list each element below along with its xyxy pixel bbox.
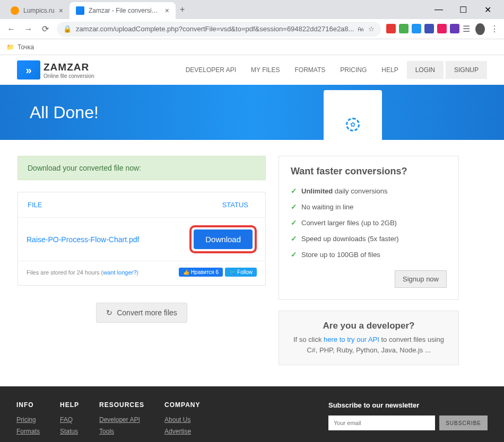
promo-list: ✓Unlimited daily conversions ✓No waiting… xyxy=(291,187,447,259)
footer-link[interactable]: Developer API xyxy=(99,416,144,423)
twitter-icon: 🐦 xyxy=(229,269,236,275)
tab-title: Zamzar - File conversion progres xyxy=(89,7,161,14)
download-button[interactable]: Download xyxy=(194,229,253,249)
lock-icon: 🔒 xyxy=(63,25,72,33)
logo-icon: » xyxy=(17,60,40,79)
footer-head: RESOURCES xyxy=(99,401,144,409)
signup-button[interactable]: SIGNUP xyxy=(446,61,487,79)
url-text: zamzar.com/uploadComplete.php?convertFil… xyxy=(76,25,354,33)
browser-tab-active[interactable]: Zamzar - File conversion progres × xyxy=(69,2,176,19)
menu-dots-icon[interactable]: ⋮ xyxy=(490,24,499,34)
tab-bar: Lumpics.ru × Zamzar - File conversion pr… xyxy=(0,0,504,19)
content: Download your converted file now: FILE S… xyxy=(16,140,488,386)
subscribe-button[interactable]: SUBSCRIBE xyxy=(439,416,488,430)
left-column: Download your converted file now: FILE S… xyxy=(16,156,266,365)
signup-now-button[interactable]: Signup now xyxy=(395,270,447,288)
bookmark-item[interactable]: Точка xyxy=(18,43,34,51)
ext-icon[interactable] xyxy=(386,24,396,33)
maximize-button[interactable]: ☐ xyxy=(451,0,475,19)
highlight-box: Download xyxy=(189,225,257,253)
favicon xyxy=(11,6,19,15)
check-icon: ✓ xyxy=(291,250,297,259)
footer-link[interactable]: Tools xyxy=(99,428,144,435)
address-bar: ← → ⟳ 🔒 zamzar.com/uploadComplete.php?co… xyxy=(0,19,504,39)
footer-link[interactable]: Formats xyxy=(16,428,40,435)
reading-list-icon[interactable]: ☰ xyxy=(463,24,470,34)
browser-tab[interactable]: Lumpics.ru × xyxy=(4,2,69,19)
login-button[interactable]: LOGIN xyxy=(407,61,444,79)
close-icon[interactable]: × xyxy=(165,6,169,15)
close-button[interactable]: ✕ xyxy=(475,0,500,19)
footer-link[interactable]: FAQ xyxy=(60,416,79,423)
dev-text: If so click here to try our API to conve… xyxy=(291,334,447,355)
browser-chrome: Lumpics.ru × Zamzar - File conversion pr… xyxy=(0,0,504,55)
convert-more-button[interactable]: ↻ Convert more files xyxy=(96,303,187,323)
star-icon[interactable]: ☆ xyxy=(368,25,375,33)
forward-button[interactable]: → xyxy=(22,24,34,34)
footer-inner: INFO Pricing Formats HELP FAQ Status RES… xyxy=(16,401,488,439)
site-header: » ZAMZAR Online file conversion DEVELOPE… xyxy=(16,55,488,85)
ext-icon[interactable] xyxy=(412,24,421,33)
file-name-link[interactable]: Raise-PO-Process-Flow-Chart.pdf xyxy=(27,235,139,244)
nav-link[interactable]: PRICING xyxy=(334,62,373,78)
logo-tagline: Online file conversion xyxy=(44,73,94,79)
ext-icon[interactable] xyxy=(437,24,447,33)
footer-col: COMPANY About Us Advertise xyxy=(164,401,200,439)
list-item: ✓Convert larger files (up to 2GB) xyxy=(291,218,447,227)
facebook-like-button[interactable]: 👍Нравится 6 xyxy=(179,268,223,277)
translate-icon[interactable]: 🗛 xyxy=(357,25,364,33)
list-item: ✓Unlimited daily conversions xyxy=(291,187,447,195)
table-row: Raise-PO-Process-Flow-Chart.pdf Download xyxy=(18,217,265,261)
check-icon: ✓ xyxy=(291,202,297,211)
api-link[interactable]: here to try our API xyxy=(324,335,379,343)
reload-button[interactable]: ⟳ xyxy=(40,24,51,34)
nav-link[interactable]: HELP xyxy=(375,62,404,78)
new-tab-button[interactable]: + xyxy=(176,3,189,16)
list-item: ✓Store up to 100GB of files xyxy=(291,250,447,259)
hero-title: All Done! xyxy=(30,103,99,122)
footer-link[interactable]: Status xyxy=(60,428,79,435)
file-table: FILE STATUS Raise-PO-Process-Flow-Chart.… xyxy=(18,192,266,286)
document-graphic: ✿ xyxy=(324,90,382,140)
subscribe-row: SUBSCRIBE xyxy=(328,416,488,430)
thumb-icon: 👍 xyxy=(183,269,189,275)
bookmark-bar: 📁 Точка xyxy=(0,39,504,55)
footer-head: COMPANY xyxy=(164,401,200,409)
more-button-wrap: ↻ Convert more files xyxy=(18,303,266,323)
favicon xyxy=(76,6,84,15)
footer-col: HELP FAQ Status xyxy=(60,401,79,439)
site-footer: INFO Pricing Formats HELP FAQ Status RES… xyxy=(0,386,504,442)
window-controls: — ☐ ✕ xyxy=(427,0,500,19)
folder-icon: 📁 xyxy=(6,43,14,51)
ext-icon[interactable] xyxy=(424,24,434,33)
back-button[interactable]: ← xyxy=(5,24,17,34)
twitter-follow-button[interactable]: 🐦Follow xyxy=(225,268,257,277)
developer-card: Are you a developer? If so click here to… xyxy=(279,311,459,365)
avatar[interactable] xyxy=(475,23,485,35)
right-column: Want faster conversions? ✓Unlimited dail… xyxy=(279,156,460,365)
nav-link[interactable]: FORMATS xyxy=(288,62,332,78)
want-longer-link[interactable]: want longer? xyxy=(103,269,136,276)
footer-col: RESOURCES Developer API Tools xyxy=(99,401,144,439)
nav-link[interactable]: DEVELOPER API xyxy=(179,62,242,78)
nav-link[interactable]: MY FILES xyxy=(245,62,286,78)
close-icon[interactable]: × xyxy=(59,6,63,15)
email-input[interactable] xyxy=(328,416,435,430)
url-input[interactable]: 🔒 zamzar.com/uploadComplete.php?convertF… xyxy=(57,22,381,37)
ext-icon[interactable] xyxy=(450,24,459,33)
footer-link[interactable]: Pricing xyxy=(16,416,40,423)
tab-title: Lumpics.ru xyxy=(23,7,55,14)
logo-name: ZAMZAR xyxy=(44,61,94,73)
check-icon: ✓ xyxy=(291,187,297,195)
minimize-button[interactable]: — xyxy=(427,0,451,19)
ext-icon[interactable] xyxy=(399,24,409,33)
page: » ZAMZAR Online file conversion DEVELOPE… xyxy=(0,55,504,442)
gear-icon: ✿ xyxy=(346,118,360,131)
social-buttons: 👍Нравится 6 🐦Follow xyxy=(179,268,257,277)
refresh-icon: ↻ xyxy=(106,308,112,317)
hero: All Done! ✿ xyxy=(0,85,504,140)
logo[interactable]: » ZAMZAR Online file conversion xyxy=(17,60,94,79)
footer-link[interactable]: About Us xyxy=(164,416,200,423)
extensions: ☰ xyxy=(386,24,470,34)
footer-link[interactable]: Advertise xyxy=(164,428,200,435)
